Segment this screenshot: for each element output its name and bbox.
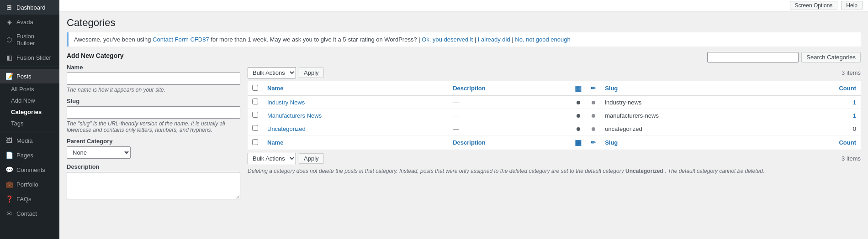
- apply-button-bottom[interactable]: Apply: [299, 153, 324, 164]
- sidebar-subitem-tags[interactable]: Tags: [0, 118, 59, 129]
- row-checkbox-1: [248, 96, 263, 109]
- slug-input[interactable]: [67, 106, 240, 119]
- row-select-checkbox-3[interactable]: [252, 125, 258, 131]
- bulk-actions-left: Bulk Actions Apply: [248, 67, 324, 78]
- notice-bar: Awesome, you've been using Contact Form …: [67, 32, 861, 47]
- sidebar-item-label: Media: [16, 137, 32, 144]
- sidebar-item-fusion-slider[interactable]: ◧ Fusion Slider: [0, 50, 59, 65]
- desc-label: Description: [67, 163, 240, 170]
- media-icon: 🖼: [5, 137, 13, 144]
- desc-field-group: Description: [67, 163, 240, 201]
- header-name[interactable]: Name: [263, 81, 448, 96]
- content-area: Categories Awesome, you've been using Co…: [59, 11, 868, 239]
- header-checkbox-col: [248, 81, 263, 96]
- category-link-2[interactable]: Manufacturers News: [267, 112, 322, 119]
- name-input[interactable]: [67, 73, 240, 85]
- row-count-2: 1: [784, 109, 861, 122]
- parent-category-select[interactable]: None: [67, 146, 131, 159]
- screen-options-button[interactable]: Screen Options: [790, 1, 838, 10]
- row-checkbox-3: [248, 122, 263, 135]
- row-description-3: —: [448, 122, 570, 135]
- apply-button-top[interactable]: Apply: [299, 68, 324, 78]
- name-hint: The name is how it appears on your site.: [67, 87, 240, 93]
- footer-pencil-icon: ✏: [591, 139, 596, 146]
- select-all-footer-checkbox[interactable]: [252, 139, 258, 145]
- sidebar-item-avada[interactable]: ◈ Avada: [0, 15, 59, 29]
- dashboard-icon: ⊞: [5, 4, 13, 11]
- dot-icon-3: [592, 127, 595, 131]
- slug-hint: The "slug" is the URL-friendly version o…: [67, 120, 240, 133]
- table-row: Industry News — industry-news 1: [248, 96, 861, 109]
- sidebar-item-label: Avada: [16, 19, 33, 26]
- row-slug-1: industry-news: [600, 96, 784, 109]
- row-icon1-1: [570, 96, 586, 109]
- name-label: Name: [67, 64, 240, 71]
- items-count-bottom: 3 items: [842, 155, 861, 162]
- bottom-bulk-bar: Bulk Actions Apply 3 items: [248, 153, 861, 164]
- footer-icon-col1: ▦: [570, 135, 586, 150]
- main-content: Screen Options Help Categories Awesome, …: [59, 0, 868, 239]
- footer-icon-col2: ✏: [586, 135, 600, 150]
- sidebar-item-contact[interactable]: ✉ Contact: [0, 206, 59, 221]
- footer-table-icon-1: ▦: [575, 139, 582, 146]
- sidebar-item-portfolio[interactable]: 💼 Portfolio: [0, 177, 59, 192]
- row-select-checkbox-1[interactable]: [252, 99, 258, 104]
- sidebar-item-fusion-builder[interactable]: ⬡ Fusion Builder: [0, 29, 59, 50]
- bulk-actions-select-bottom[interactable]: Bulk Actions: [248, 153, 296, 164]
- header-icon-col1: ▦: [570, 81, 586, 96]
- help-button[interactable]: Help: [841, 1, 863, 10]
- categories-table-area: Search Categories Bulk Actions Apply 3 i…: [248, 52, 861, 205]
- footer-uncategorized: Uncategorized: [625, 168, 663, 174]
- row-name-1: Industry News: [263, 96, 448, 109]
- sidebar-item-comments[interactable]: 💬 Comments: [0, 162, 59, 177]
- name-field-group: Name The name is how it appears on your …: [67, 64, 240, 93]
- category-link-3[interactable]: Uncategorized: [267, 125, 306, 132]
- notice-text-middle: for more than 1 week. May we ask you to …: [211, 36, 422, 43]
- table-body: Industry News — industry-news 1 Manufact…: [248, 96, 861, 135]
- footer-header-slug: Slug: [600, 135, 784, 150]
- search-input[interactable]: [707, 52, 799, 62]
- posts-icon: 📝: [5, 73, 13, 80]
- sidebar-item-label: Fusion Slider: [16, 54, 51, 61]
- footer-header-name[interactable]: Name: [263, 135, 448, 150]
- header-icon-col2: ✏: [586, 81, 600, 96]
- sidebar-item-posts[interactable]: 📝 Posts: [0, 69, 59, 83]
- sidebar-subitem-all-posts[interactable]: All Posts: [0, 83, 59, 95]
- notice-text-before: Awesome, you've been using: [74, 36, 151, 43]
- avada-icon: ◈: [5, 18, 13, 26]
- notice-no-link[interactable]: No, not good enough: [515, 36, 570, 43]
- notice-already-link[interactable]: I already did: [478, 36, 510, 43]
- notice-plugin-link[interactable]: Contact Form CFD87: [153, 36, 209, 43]
- sidebar-item-label: Posts: [16, 73, 32, 80]
- top-bulk-bar: Bulk Actions Apply 3 items: [248, 67, 861, 78]
- row-slug-3: uncategorized: [600, 122, 784, 135]
- category-link-1[interactable]: Industry News: [267, 99, 305, 106]
- search-categories-button[interactable]: Search Categories: [801, 52, 861, 62]
- screen-options-bar: Screen Options Help: [59, 0, 868, 11]
- sidebar-item-label: Contact: [16, 210, 37, 217]
- table-row: Uncategorized — uncategorized 0: [248, 122, 861, 135]
- row-count-3: 0: [784, 122, 861, 135]
- notice-ok-link[interactable]: Ok, you deserved it: [422, 36, 473, 43]
- select-all-checkbox[interactable]: [252, 85, 258, 91]
- sidebar-item-pages[interactable]: 📄 Pages: [0, 148, 59, 162]
- row-count-1: 1: [784, 96, 861, 109]
- bulk-actions-select-top[interactable]: Bulk Actions: [248, 67, 296, 78]
- footer-header-count: Count: [784, 135, 861, 150]
- sidebar-subitem-add-new[interactable]: Add New: [0, 95, 59, 106]
- row-icon1-2: [570, 109, 586, 122]
- contact-icon: ✉: [5, 210, 13, 217]
- page-title: Categories: [67, 17, 861, 29]
- desc-textarea[interactable]: [67, 172, 240, 199]
- row-icon2-1: [586, 96, 600, 109]
- dot-icon-dark-2: [577, 114, 580, 118]
- row-select-checkbox-2[interactable]: [252, 112, 258, 118]
- footer-note-text2: . The default category cannot be deleted…: [665, 168, 764, 174]
- sidebar-subitem-categories[interactable]: Categories: [0, 106, 59, 118]
- dot-icon-dark-3: [577, 127, 580, 131]
- faqs-icon: ❓: [5, 195, 13, 203]
- sidebar-item-faqs[interactable]: ❓ FAQs: [0, 192, 59, 206]
- sidebar-item-media[interactable]: 🖼 Media: [0, 133, 59, 148]
- sidebar-item-dashboard[interactable]: ⊞ Dashboard: [0, 0, 59, 15]
- table-icon-1: ▦: [575, 84, 582, 92]
